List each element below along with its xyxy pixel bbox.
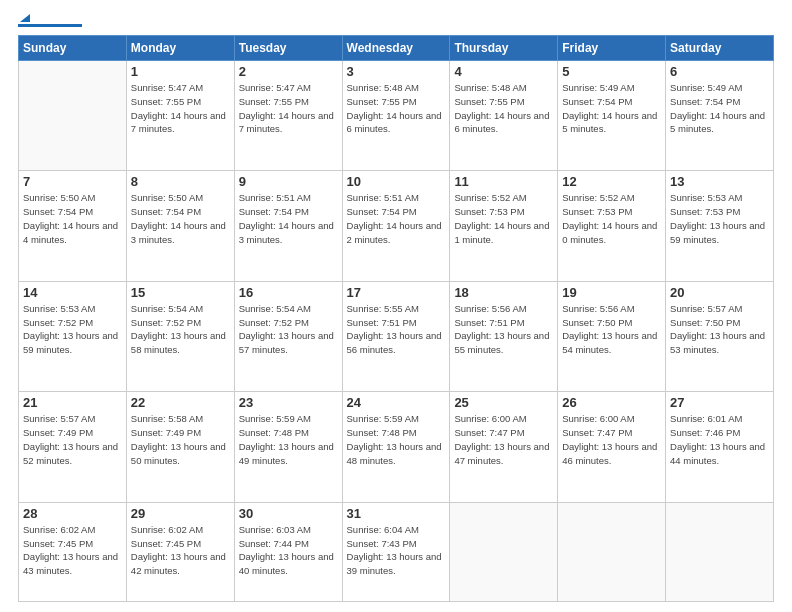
day-info: Sunrise: 5:52 AM Sunset: 7:53 PM Dayligh… [562, 191, 661, 246]
day-of-week-wednesday: Wednesday [342, 36, 450, 61]
day-cell [19, 61, 127, 171]
day-cell: 28Sunrise: 6:02 AM Sunset: 7:45 PM Dayli… [19, 502, 127, 601]
day-number: 30 [239, 506, 338, 521]
day-info: Sunrise: 5:49 AM Sunset: 7:54 PM Dayligh… [562, 81, 661, 136]
day-number: 16 [239, 285, 338, 300]
day-of-week-tuesday: Tuesday [234, 36, 342, 61]
day-cell: 27Sunrise: 6:01 AM Sunset: 7:46 PM Dayli… [666, 392, 774, 502]
calendar: SundayMondayTuesdayWednesdayThursdayFrid… [18, 35, 774, 602]
day-cell: 30Sunrise: 6:03 AM Sunset: 7:44 PM Dayli… [234, 502, 342, 601]
day-number: 7 [23, 174, 122, 189]
day-number: 18 [454, 285, 553, 300]
day-info: Sunrise: 5:56 AM Sunset: 7:51 PM Dayligh… [454, 302, 553, 357]
day-info: Sunrise: 5:53 AM Sunset: 7:53 PM Dayligh… [670, 191, 769, 246]
day-cell: 21Sunrise: 5:57 AM Sunset: 7:49 PM Dayli… [19, 392, 127, 502]
day-info: Sunrise: 6:00 AM Sunset: 7:47 PM Dayligh… [454, 412, 553, 467]
day-of-week-sunday: Sunday [19, 36, 127, 61]
week-row-1: 1Sunrise: 5:47 AM Sunset: 7:55 PM Daylig… [19, 61, 774, 171]
day-info: Sunrise: 5:59 AM Sunset: 7:48 PM Dayligh… [239, 412, 338, 467]
day-cell [666, 502, 774, 601]
day-number: 28 [23, 506, 122, 521]
day-number: 9 [239, 174, 338, 189]
day-info: Sunrise: 5:57 AM Sunset: 7:50 PM Dayligh… [670, 302, 769, 357]
day-cell: 2Sunrise: 5:47 AM Sunset: 7:55 PM Daylig… [234, 61, 342, 171]
day-info: Sunrise: 5:59 AM Sunset: 7:48 PM Dayligh… [347, 412, 446, 467]
day-of-week-saturday: Saturday [666, 36, 774, 61]
day-of-week-friday: Friday [558, 36, 666, 61]
day-cell: 11Sunrise: 5:52 AM Sunset: 7:53 PM Dayli… [450, 171, 558, 281]
day-info: Sunrise: 5:57 AM Sunset: 7:49 PM Dayligh… [23, 412, 122, 467]
day-info: Sunrise: 5:56 AM Sunset: 7:50 PM Dayligh… [562, 302, 661, 357]
header [18, 18, 774, 27]
day-info: Sunrise: 5:49 AM Sunset: 7:54 PM Dayligh… [670, 81, 769, 136]
day-info: Sunrise: 5:54 AM Sunset: 7:52 PM Dayligh… [239, 302, 338, 357]
day-of-week-monday: Monday [126, 36, 234, 61]
calendar-body: 1Sunrise: 5:47 AM Sunset: 7:55 PM Daylig… [19, 61, 774, 602]
day-cell: 1Sunrise: 5:47 AM Sunset: 7:55 PM Daylig… [126, 61, 234, 171]
day-number: 6 [670, 64, 769, 79]
day-cell: 10Sunrise: 5:51 AM Sunset: 7:54 PM Dayli… [342, 171, 450, 281]
day-info: Sunrise: 6:02 AM Sunset: 7:45 PM Dayligh… [23, 523, 122, 578]
day-cell: 17Sunrise: 5:55 AM Sunset: 7:51 PM Dayli… [342, 281, 450, 391]
day-cell: 19Sunrise: 5:56 AM Sunset: 7:50 PM Dayli… [558, 281, 666, 391]
day-number: 24 [347, 395, 446, 410]
day-info: Sunrise: 5:47 AM Sunset: 7:55 PM Dayligh… [131, 81, 230, 136]
day-cell: 13Sunrise: 5:53 AM Sunset: 7:53 PM Dayli… [666, 171, 774, 281]
logo-underline [18, 24, 82, 27]
day-info: Sunrise: 6:03 AM Sunset: 7:44 PM Dayligh… [239, 523, 338, 578]
day-info: Sunrise: 5:47 AM Sunset: 7:55 PM Dayligh… [239, 81, 338, 136]
day-info: Sunrise: 6:00 AM Sunset: 7:47 PM Dayligh… [562, 412, 661, 467]
day-of-week-thursday: Thursday [450, 36, 558, 61]
day-info: Sunrise: 5:52 AM Sunset: 7:53 PM Dayligh… [454, 191, 553, 246]
day-number: 12 [562, 174, 661, 189]
day-info: Sunrise: 6:02 AM Sunset: 7:45 PM Dayligh… [131, 523, 230, 578]
day-info: Sunrise: 5:53 AM Sunset: 7:52 PM Dayligh… [23, 302, 122, 357]
day-cell: 4Sunrise: 5:48 AM Sunset: 7:55 PM Daylig… [450, 61, 558, 171]
day-info: Sunrise: 5:55 AM Sunset: 7:51 PM Dayligh… [347, 302, 446, 357]
logo-arrow [20, 14, 30, 23]
day-cell: 5Sunrise: 5:49 AM Sunset: 7:54 PM Daylig… [558, 61, 666, 171]
day-number: 23 [239, 395, 338, 410]
page: SundayMondayTuesdayWednesdayThursdayFrid… [0, 0, 792, 612]
day-number: 17 [347, 285, 446, 300]
day-cell [450, 502, 558, 601]
week-row-5: 28Sunrise: 6:02 AM Sunset: 7:45 PM Dayli… [19, 502, 774, 601]
day-number: 26 [562, 395, 661, 410]
day-info: Sunrise: 5:51 AM Sunset: 7:54 PM Dayligh… [239, 191, 338, 246]
day-number: 27 [670, 395, 769, 410]
day-cell: 15Sunrise: 5:54 AM Sunset: 7:52 PM Dayli… [126, 281, 234, 391]
day-cell: 18Sunrise: 5:56 AM Sunset: 7:51 PM Dayli… [450, 281, 558, 391]
day-number: 11 [454, 174, 553, 189]
day-info: Sunrise: 6:04 AM Sunset: 7:43 PM Dayligh… [347, 523, 446, 578]
day-number: 21 [23, 395, 122, 410]
day-cell: 12Sunrise: 5:52 AM Sunset: 7:53 PM Dayli… [558, 171, 666, 281]
week-row-2: 7Sunrise: 5:50 AM Sunset: 7:54 PM Daylig… [19, 171, 774, 281]
day-number: 20 [670, 285, 769, 300]
day-cell: 3Sunrise: 5:48 AM Sunset: 7:55 PM Daylig… [342, 61, 450, 171]
day-number: 4 [454, 64, 553, 79]
day-number: 29 [131, 506, 230, 521]
logo [18, 18, 82, 27]
day-number: 5 [562, 64, 661, 79]
day-number: 31 [347, 506, 446, 521]
day-info: Sunrise: 6:01 AM Sunset: 7:46 PM Dayligh… [670, 412, 769, 467]
day-cell: 6Sunrise: 5:49 AM Sunset: 7:54 PM Daylig… [666, 61, 774, 171]
day-cell: 8Sunrise: 5:50 AM Sunset: 7:54 PM Daylig… [126, 171, 234, 281]
day-cell [558, 502, 666, 601]
day-number: 14 [23, 285, 122, 300]
day-info: Sunrise: 5:54 AM Sunset: 7:52 PM Dayligh… [131, 302, 230, 357]
week-row-4: 21Sunrise: 5:57 AM Sunset: 7:49 PM Dayli… [19, 392, 774, 502]
day-cell: 20Sunrise: 5:57 AM Sunset: 7:50 PM Dayli… [666, 281, 774, 391]
day-number: 25 [454, 395, 553, 410]
day-cell: 23Sunrise: 5:59 AM Sunset: 7:48 PM Dayli… [234, 392, 342, 502]
day-cell: 14Sunrise: 5:53 AM Sunset: 7:52 PM Dayli… [19, 281, 127, 391]
day-cell: 24Sunrise: 5:59 AM Sunset: 7:48 PM Dayli… [342, 392, 450, 502]
day-number: 22 [131, 395, 230, 410]
day-number: 10 [347, 174, 446, 189]
day-info: Sunrise: 5:50 AM Sunset: 7:54 PM Dayligh… [23, 191, 122, 246]
day-cell: 22Sunrise: 5:58 AM Sunset: 7:49 PM Dayli… [126, 392, 234, 502]
day-number: 3 [347, 64, 446, 79]
day-cell: 26Sunrise: 6:00 AM Sunset: 7:47 PM Dayli… [558, 392, 666, 502]
days-of-week-row: SundayMondayTuesdayWednesdayThursdayFrid… [19, 36, 774, 61]
day-cell: 7Sunrise: 5:50 AM Sunset: 7:54 PM Daylig… [19, 171, 127, 281]
